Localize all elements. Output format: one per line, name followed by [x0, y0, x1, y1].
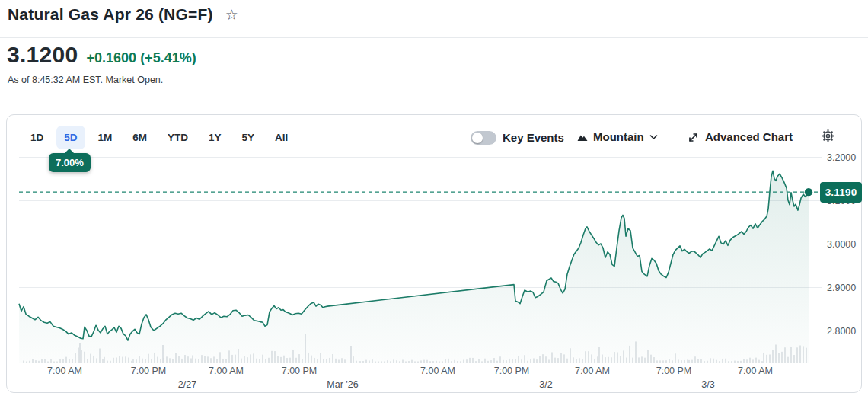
- x-axis-time-label: 7:00 PM: [656, 366, 692, 376]
- tab-ytd[interactable]: YTD: [160, 126, 196, 149]
- last-price-badge: 3.1190: [820, 182, 862, 203]
- key-events-label: Key Events: [503, 131, 564, 145]
- chevron-down-icon: [649, 134, 658, 140]
- x-axis-time-label: 7:00 PM: [494, 366, 530, 376]
- tooltip-arrow: [65, 149, 74, 153]
- x-axis-time-label: 7:00 AM: [47, 366, 82, 376]
- x-axis-date-label: 2/27: [178, 379, 196, 390]
- x-axis-time-label: 7:00 PM: [131, 366, 167, 376]
- x-axis-time-label: 7:00 AM: [209, 366, 244, 376]
- tab-1y[interactable]: 1Y: [201, 126, 229, 149]
- x-axis-time-label: 7:00 PM: [282, 366, 318, 376]
- tab-5d[interactable]: 5D: [56, 126, 85, 149]
- chart-type-label: Mountain: [593, 129, 644, 145]
- range-tabs: 1D 5D 1M 6M YTD 1Y 5Y All: [23, 126, 295, 149]
- x-axis-time-label: 7:00 AM: [738, 366, 773, 376]
- tab-1d[interactable]: 1D: [23, 126, 51, 149]
- range-return-value: 7.00%: [56, 157, 84, 168]
- x-axis-time-label: 7:00 AM: [575, 366, 610, 376]
- mountain-icon: [577, 133, 588, 142]
- y-axis-label: 3.0000: [827, 239, 856, 250]
- tab-all[interactable]: All: [267, 126, 295, 149]
- gear-icon: [821, 129, 835, 143]
- last-price-dot: [805, 188, 812, 196]
- y-axis-label: 3.2000: [827, 152, 856, 163]
- price-area: [19, 171, 809, 363]
- y-axis-label: 2.9000: [827, 283, 856, 293]
- tab-6m[interactable]: 6M: [125, 126, 155, 149]
- advanced-chart-link[interactable]: Advanced Chart: [688, 129, 793, 145]
- expand-diagonal-arrow-icon: [688, 132, 699, 143]
- x-axis-date-label: Mar '26: [327, 379, 358, 390]
- range-return-tooltip: 7.00%: [49, 153, 91, 172]
- key-events-toggle[interactable]: [471, 131, 496, 145]
- y-axis-label: 2.8000: [827, 326, 856, 337]
- advanced-chart-label: Advanced Chart: [705, 129, 793, 145]
- toggle-knob: [472, 133, 483, 143]
- quote-page: Natural Gas Apr 26 (NG=F) ☆ 3.1200 +0.16…: [0, 0, 868, 393]
- price-chart-canvas[interactable]: 3.20003.10003.00002.90002.80007:00 AM7:0…: [0, 0, 868, 393]
- x-axis-date-label: 3/3: [701, 379, 714, 390]
- tab-1m[interactable]: 1M: [91, 126, 120, 149]
- chart-type-dropdown[interactable]: Mountain: [577, 129, 658, 145]
- tab-5y[interactable]: 5Y: [235, 126, 263, 149]
- chart-settings-button[interactable]: [821, 129, 835, 143]
- x-axis-time-label: 7:00 AM: [420, 366, 455, 376]
- x-axis-date-label: 3/2: [539, 379, 552, 390]
